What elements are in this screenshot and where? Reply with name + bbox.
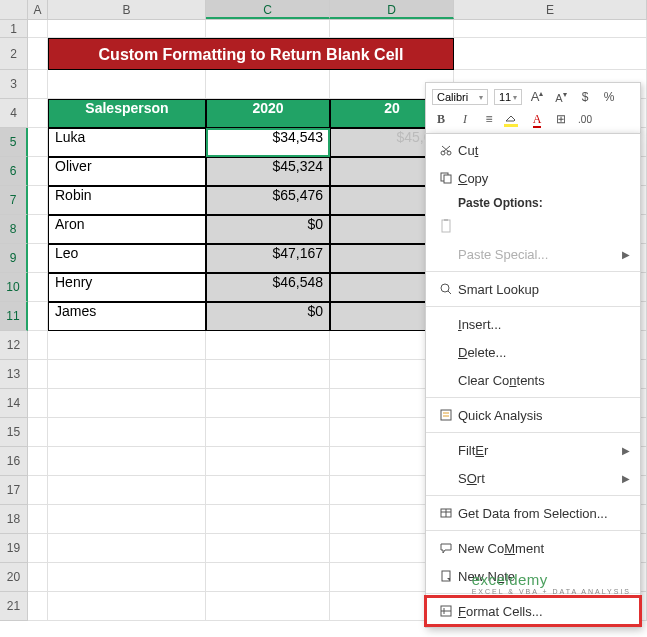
row-header-1[interactable]: 1 <box>0 20 28 38</box>
cell-name[interactable]: Luka <box>48 128 206 157</box>
search-icon <box>434 282 458 296</box>
menu-smart-lookup[interactable]: Smart Lookup <box>426 275 640 303</box>
svg-point-6 <box>441 284 449 292</box>
col-header-d[interactable]: D <box>330 0 454 19</box>
active-cell[interactable]: $34,543 <box>206 128 330 157</box>
col-header-b[interactable]: B <box>48 0 206 19</box>
row-header-14[interactable]: 14 <box>0 389 28 418</box>
comment-icon <box>434 541 458 555</box>
svg-rect-7 <box>441 410 451 420</box>
cell-val[interactable]: $0 <box>206 302 330 331</box>
menu-insert[interactable]: Insert... <box>426 310 640 338</box>
row-header-18[interactable]: 18 <box>0 505 28 534</box>
svg-rect-4 <box>442 220 450 232</box>
header-salesperson[interactable]: Salesperson <box>48 99 206 128</box>
col-header-e[interactable]: E <box>454 0 647 19</box>
context-menu: Cut Copy Paste Options: Paste Special...… <box>425 133 641 628</box>
scissors-icon <box>434 143 458 157</box>
menu-paste <box>426 212 640 240</box>
menu-quick-analysis[interactable]: Quick Analysis <box>426 401 640 429</box>
table-icon <box>434 506 458 520</box>
row-header-16[interactable]: 16 <box>0 447 28 476</box>
header-2020[interactable]: 2020 <box>206 99 330 128</box>
font-selector[interactable]: Calibri▾ <box>432 89 488 105</box>
cell-val[interactable]: $47,167 <box>206 244 330 273</box>
percent-icon[interactable]: % <box>600 90 618 104</box>
border-icon[interactable]: ⊞ <box>552 112 570 126</box>
cell-name[interactable]: Aron <box>48 215 206 244</box>
copy-icon <box>434 171 458 185</box>
row-header-7[interactable]: 7 <box>0 186 28 215</box>
row-header-13[interactable]: 13 <box>0 360 28 389</box>
clipboard-icon <box>434 218 458 234</box>
decrease-font-icon[interactable]: A▾ <box>552 90 570 104</box>
row-header-10[interactable]: 10 <box>0 273 28 302</box>
row-header-11[interactable]: 11 <box>0 302 28 331</box>
column-headers: A B C D E <box>0 0 647 20</box>
cell-val[interactable]: $0 <box>206 215 330 244</box>
mini-toolbar: Calibri▾ 11▾ A▴ A▾ $ % B I ≡ A ⊞ .00 <box>425 82 641 134</box>
cell-name[interactable]: Henry <box>48 273 206 302</box>
svg-rect-3 <box>444 175 451 183</box>
menu-cut[interactable]: Cut <box>426 136 640 164</box>
currency-icon[interactable]: $ <box>576 90 594 104</box>
svg-rect-5 <box>444 219 448 221</box>
select-all-corner[interactable] <box>0 0 28 19</box>
menu-copy[interactable]: Copy <box>426 164 640 192</box>
row-header-8[interactable]: 8 <box>0 215 28 244</box>
cell-val[interactable]: $65,476 <box>206 186 330 215</box>
increase-font-icon[interactable]: A▴ <box>528 89 546 104</box>
font-size-selector[interactable]: 11▾ <box>494 89 522 105</box>
row-header-6[interactable]: 6 <box>0 157 28 186</box>
row-header-2[interactable]: 2 <box>0 38 28 70</box>
row-header-20[interactable]: 20 <box>0 563 28 592</box>
cell-name[interactable]: Oliver <box>48 157 206 186</box>
row-1: 1 <box>0 20 647 38</box>
row-header-21[interactable]: 21 <box>0 592 28 621</box>
row-header-12[interactable]: 12 <box>0 331 28 360</box>
italic-button[interactable]: I <box>456 112 474 127</box>
watermark: exceldemy EXCEL & VBA + DATA ANALYSIS <box>472 571 631 595</box>
fill-color-icon[interactable] <box>504 113 522 125</box>
bold-button[interactable]: B <box>432 112 450 127</box>
cell-name[interactable]: Leo <box>48 244 206 273</box>
row-header-3[interactable]: 3 <box>0 70 28 99</box>
paste-options-header: Paste Options: <box>426 192 640 212</box>
menu-get-data[interactable]: Get Data from Selection... <box>426 499 640 527</box>
row-header-19[interactable]: 19 <box>0 534 28 563</box>
cell-val[interactable]: $45,324 <box>206 157 330 186</box>
col-header-c[interactable]: C <box>206 0 330 19</box>
decimal-icon[interactable]: .00 <box>576 114 594 125</box>
row-header-17[interactable]: 17 <box>0 476 28 505</box>
font-color-icon[interactable]: A <box>528 112 546 126</box>
note-icon <box>434 569 458 583</box>
quick-analysis-icon <box>434 408 458 422</box>
format-cells-icon <box>434 604 458 618</box>
menu-paste-special: Paste Special... ▶ <box>426 240 640 268</box>
align-icon[interactable]: ≡ <box>480 112 498 126</box>
menu-clear-contents[interactable]: Clear Contents <box>426 366 640 394</box>
row-header-5[interactable]: 5 <box>0 128 28 157</box>
cell-val[interactable]: $46,548 <box>206 273 330 302</box>
title-cell[interactable]: Custom Formatting to Return Blank Cell <box>48 38 454 70</box>
menu-format-cells[interactable]: Format Cells... <box>426 597 640 625</box>
menu-sort[interactable]: SOrt ▶ <box>426 464 640 492</box>
cell-name[interactable]: James <box>48 302 206 331</box>
row-header-9[interactable]: 9 <box>0 244 28 273</box>
col-header-a[interactable]: A <box>28 0 48 19</box>
menu-filter[interactable]: FiltEr ▶ <box>426 436 640 464</box>
menu-new-comment[interactable]: New CoMment <box>426 534 640 562</box>
row-2: 2 Custom Formatting to Return Blank Cell <box>0 38 647 70</box>
cell-name[interactable]: Robin <box>48 186 206 215</box>
row-header-4[interactable]: 4 <box>0 99 28 128</box>
row-header-15[interactable]: 15 <box>0 418 28 447</box>
menu-delete[interactable]: Delete... <box>426 338 640 366</box>
